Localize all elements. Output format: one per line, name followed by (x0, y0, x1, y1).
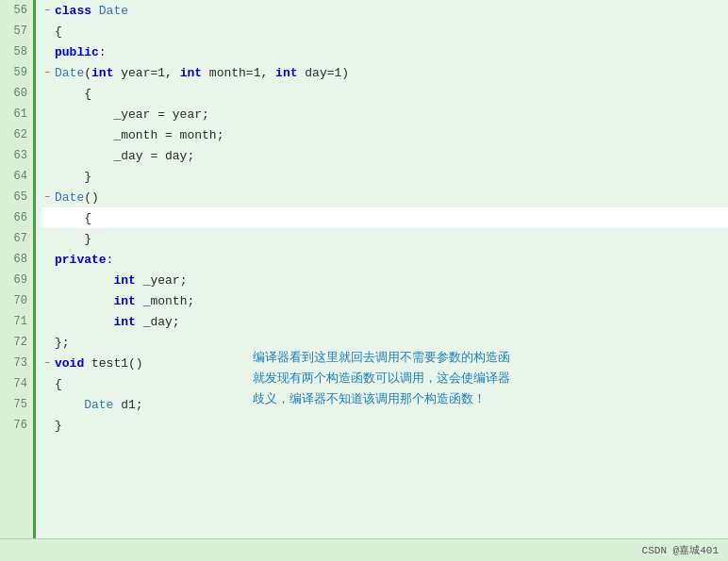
line-number: 59 (0, 62, 33, 83)
code-area: 5657585960616263646566676869707172737475… (0, 0, 728, 538)
code-line: int _day; (41, 311, 728, 332)
code-line: } (41, 228, 728, 249)
code-line: { (41, 21, 728, 41)
code-line: −class Date (41, 0, 728, 21)
code-line: −Date() (41, 187, 728, 207)
line-number: 58 (0, 41, 33, 62)
code-line: _month = month; (41, 124, 728, 145)
line-number: 60 (0, 83, 33, 104)
code-line: −Date(int year=1, int month=1, int day=1… (41, 62, 728, 83)
line-number: 75 (0, 394, 33, 415)
line-number: 69 (0, 270, 33, 290)
code-line: private: (41, 249, 728, 270)
code-line: }; (41, 332, 728, 353)
code-line: { (41, 373, 728, 394)
watermark: CSDN @嘉城401 (642, 543, 719, 557)
line-number: 64 (0, 166, 33, 187)
line-number: 70 (0, 290, 33, 311)
code-line: −void test1() (41, 353, 728, 373)
line-number: 76 (0, 415, 33, 436)
code-line: { (41, 207, 728, 228)
code-line: { (41, 83, 728, 104)
bottom-bar: CSDN @嘉城401 (0, 538, 728, 561)
line-number: 62 (0, 124, 33, 145)
code-line: int _year; (41, 270, 728, 290)
code-line: Date d1; (41, 394, 728, 415)
line-number: 56 (0, 0, 33, 21)
collapse-icon[interactable]: − (41, 357, 53, 369)
code-line: } (41, 166, 728, 187)
line-number: 73 (0, 353, 33, 373)
collapse-icon[interactable]: − (41, 191, 53, 203)
line-number-gutter: 5657585960616263646566676869707172737475… (0, 0, 36, 538)
collapse-icon[interactable]: − (41, 5, 53, 16)
line-number: 66 (0, 207, 33, 228)
code-line: int _month; (41, 290, 728, 311)
editor-container: 5657585960616263646566676869707172737475… (0, 0, 728, 561)
code-line: _day = day; (41, 145, 728, 166)
line-number: 65 (0, 187, 33, 207)
line-number: 61 (0, 104, 33, 124)
line-number: 74 (0, 373, 33, 394)
code-lines: −class Date{public:−Date(int year=1, int… (36, 0, 728, 538)
line-number: 57 (0, 21, 33, 41)
line-number: 68 (0, 249, 33, 270)
line-number: 71 (0, 311, 33, 332)
code-line: _year = year; (41, 104, 728, 124)
collapse-icon[interactable]: − (41, 67, 53, 78)
line-number: 63 (0, 145, 33, 166)
line-number: 72 (0, 332, 33, 353)
code-line: } (41, 415, 728, 436)
code-line: public: (41, 41, 728, 62)
line-number: 67 (0, 228, 33, 249)
